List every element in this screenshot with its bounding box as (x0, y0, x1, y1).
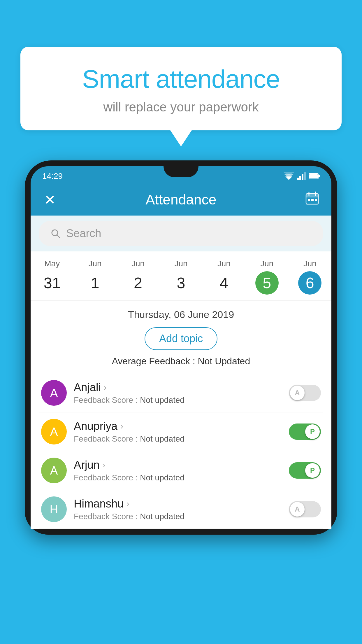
date-cell-0[interactable]: May31 (31, 256, 73, 300)
avatar: H (41, 496, 67, 522)
avg-feedback-label: Average Feedback : (112, 356, 195, 366)
feedback-score: Feedback Score : Not updated (74, 512, 282, 521)
student-item-3[interactable]: HHimanshu ›Feedback Score : Not updatedA (39, 490, 323, 529)
chevron-icon: › (126, 499, 129, 509)
student-info: Arjun ›Feedback Score : Not updated (74, 459, 282, 482)
status-icons (284, 172, 320, 180)
feedback-value: Not updated (140, 512, 184, 521)
signal-icon (297, 172, 306, 180)
info-section: Thursday, 06 June 2019 Add topic Average… (31, 301, 331, 374)
svg-rect-6 (304, 172, 306, 180)
month-label: May (32, 259, 72, 268)
svg-rect-9 (309, 174, 318, 178)
search-bar-container: Search (31, 216, 331, 251)
status-bar: 14:29 (31, 166, 331, 184)
date-number[interactable]: 4 (212, 271, 236, 295)
month-label: Jun (290, 259, 330, 268)
status-time: 14:29 (42, 172, 63, 181)
svg-rect-8 (318, 175, 320, 177)
student-name: Arjun › (74, 459, 282, 471)
svg-rect-3 (297, 178, 299, 180)
avatar: A (41, 380, 67, 406)
speech-bubble: Smart attendance will replace your paper… (20, 47, 342, 130)
chevron-icon: › (104, 382, 107, 392)
avatar: A (41, 458, 67, 483)
svg-rect-4 (299, 176, 301, 180)
month-label: Jun (75, 259, 115, 268)
student-info: Anjali ›Feedback Score : Not updated (74, 381, 282, 405)
wifi-icon (284, 172, 294, 180)
month-label: Jun (204, 259, 244, 268)
phone-frame: 14:29 (25, 160, 337, 535)
speech-bubble-subtitle: will replace your paperwork (38, 100, 324, 114)
date-cell-4[interactable]: Jun4 (203, 256, 245, 300)
speech-bubble-container: Smart attendance will replace your paper… (20, 47, 342, 130)
search-input[interactable]: Search (39, 221, 323, 246)
month-label: Jun (161, 259, 201, 268)
svg-rect-5 (302, 174, 303, 180)
add-topic-button[interactable]: Add topic (145, 327, 217, 350)
date-number[interactable]: 31 (41, 271, 64, 295)
chevron-icon: › (103, 460, 106, 470)
selected-date-display: Thursday, 06 June 2019 (41, 309, 321, 320)
student-name: Anupriya › (74, 420, 282, 433)
close-button[interactable]: ✕ (41, 192, 59, 208)
date-number[interactable]: 2 (126, 271, 150, 295)
chevron-icon: › (120, 421, 123, 431)
avatar: A (41, 419, 67, 444)
toggle-knob: P (305, 424, 320, 439)
student-item-2[interactable]: AArjun ›Feedback Score : Not updatedP (39, 451, 323, 490)
calendar-button[interactable] (303, 191, 321, 209)
svg-rect-15 (311, 199, 314, 201)
search-icon (50, 228, 61, 239)
search-placeholder: Search (66, 227, 101, 240)
student-name: Himanshu › (74, 498, 282, 510)
phone-screen: Search May31Jun1Jun2Jun3Jun4Jun5Jun6 Thu… (31, 216, 331, 529)
date-cell-3[interactable]: Jun3 (159, 256, 202, 300)
date-number[interactable]: 5 (255, 271, 279, 295)
toggle-knob: A (290, 502, 305, 517)
student-info: Anupriya ›Feedback Score : Not updated (74, 420, 282, 444)
svg-line-18 (57, 235, 60, 238)
student-name: Anjali › (74, 381, 282, 394)
date-number[interactable]: 3 (169, 271, 193, 295)
date-cell-1[interactable]: Jun1 (73, 256, 116, 300)
attendance-toggle[interactable]: P (289, 462, 321, 479)
feedback-value: Not updated (140, 434, 184, 443)
student-list: AAnjali ›Feedback Score : Not updatedAAA… (31, 374, 331, 529)
toggle-knob: P (305, 463, 320, 478)
avg-feedback-value: Not Updated (198, 356, 250, 366)
month-label: Jun (247, 259, 287, 268)
student-info: Himanshu ›Feedback Score : Not updated (74, 498, 282, 521)
date-cell-6[interactable]: Jun6 (289, 256, 331, 300)
phone-container: 14:29 (25, 160, 337, 644)
date-cell-2[interactable]: Jun2 (117, 256, 159, 300)
svg-rect-11 (306, 194, 318, 197)
speech-bubble-title: Smart attendance (38, 64, 324, 94)
calendar-row: May31Jun1Jun2Jun3Jun4Jun5Jun6 (31, 251, 331, 301)
date-number[interactable]: 6 (298, 271, 321, 295)
feedback-score: Feedback Score : Not updated (74, 434, 282, 444)
toggle-knob: A (290, 386, 305, 400)
feedback-score: Feedback Score : Not updated (74, 396, 282, 405)
student-item-0[interactable]: AAnjali ›Feedback Score : Not updatedA (39, 374, 323, 412)
date-cell-5[interactable]: Jun5 (245, 256, 288, 300)
app-bar-title: Attendance (59, 192, 303, 208)
month-label: Jun (118, 259, 158, 268)
attendance-toggle[interactable]: A (289, 501, 321, 517)
feedback-value: Not updated (140, 473, 184, 482)
feedback-value: Not updated (140, 396, 184, 405)
avg-feedback-text: Average Feedback : Not Updated (41, 356, 321, 367)
student-item-1[interactable]: AAnupriya ›Feedback Score : Not updatedP (39, 412, 323, 451)
svg-rect-16 (315, 199, 317, 201)
date-number[interactable]: 1 (83, 271, 107, 295)
svg-rect-14 (308, 199, 310, 201)
notch (164, 166, 198, 177)
app-bar: ✕ Attendance (31, 184, 331, 216)
attendance-toggle[interactable]: A (289, 385, 321, 401)
feedback-score: Feedback Score : Not updated (74, 473, 282, 482)
calendar-icon (305, 191, 319, 205)
battery-icon (309, 173, 320, 179)
attendance-toggle[interactable]: P (289, 424, 321, 440)
